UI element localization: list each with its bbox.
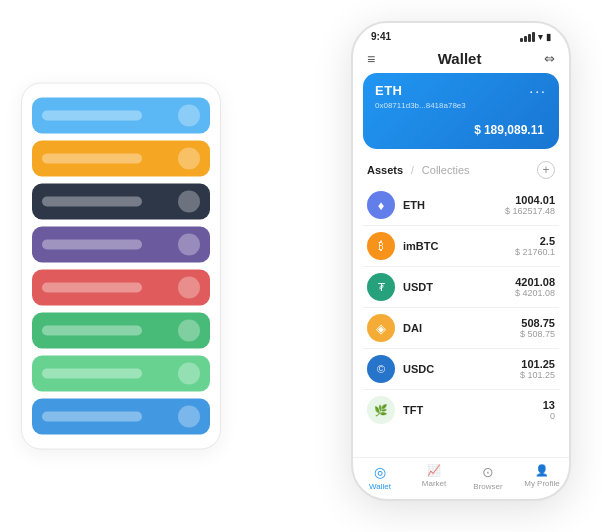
list-item[interactable]: © USDC 101.25 $ 101.25 xyxy=(363,349,559,390)
browser-nav-icon: ⊙ xyxy=(482,464,494,480)
asset-amounts: 2.5 $ 21760.1 xyxy=(515,235,555,257)
asset-amount-main: 101.25 xyxy=(520,358,555,370)
card-row-icon xyxy=(178,320,200,342)
card-row-icon xyxy=(178,191,200,213)
phone-nav: ◎ Wallet 📈 Market ⊙ Browser 👤 My Profile xyxy=(353,457,569,499)
tft-icon: 🌿 xyxy=(367,396,395,424)
eth-card-label: ETH xyxy=(375,83,403,98)
phone-header: ≡ Wallet ⇔ xyxy=(353,46,569,73)
asset-amount-usd: $ 4201.08 xyxy=(515,288,555,298)
card-row-green xyxy=(32,313,210,349)
card-row-icon xyxy=(178,277,200,299)
card-row-blue xyxy=(32,98,210,134)
nav-profile-label: My Profile xyxy=(524,479,560,488)
card-row-text xyxy=(42,197,142,207)
card-row-dark xyxy=(32,184,210,220)
asset-name: ETH xyxy=(403,199,505,211)
card-row-icon xyxy=(178,234,200,256)
asset-name: DAI xyxy=(403,322,520,334)
left-card xyxy=(21,83,221,450)
eth-card-top: ETH ··· xyxy=(375,83,547,99)
card-row-teal xyxy=(32,399,210,435)
card-row-orange xyxy=(32,141,210,177)
nav-market-label: Market xyxy=(422,479,446,488)
tab-collecties[interactable]: Collecties xyxy=(422,164,470,176)
scene: 9:41 ▾ ▮ ≡ Wallet ⇔ ETH ··· xyxy=(21,21,581,511)
eth-card-amount: $189,089.11 xyxy=(375,116,547,139)
asset-amount-usd: $ 508.75 xyxy=(520,329,555,339)
card-row-text xyxy=(42,240,142,250)
assets-header: Assets / Collecties + xyxy=(353,157,569,185)
currency-symbol: $ xyxy=(474,123,481,137)
eth-card-address: 0x08711d3b...8418a78e3 xyxy=(375,101,547,110)
card-row-icon xyxy=(178,105,200,127)
eth-card[interactable]: ETH ··· 0x08711d3b...8418a78e3 $189,089.… xyxy=(363,73,559,149)
card-row-red xyxy=(32,270,210,306)
asset-amounts: 4201.08 $ 4201.08 xyxy=(515,276,555,298)
card-row-text xyxy=(42,412,142,422)
asset-list: ♦ ETH 1004.01 $ 162517.48 ₿ imBTC 2.5 $ … xyxy=(353,185,569,457)
usdt-icon: ₮ xyxy=(367,273,395,301)
asset-amount-usd: 0 xyxy=(543,411,555,421)
asset-name: imBTC xyxy=(403,240,515,252)
asset-amount-main: 13 xyxy=(543,399,555,411)
asset-amount-usd: $ 162517.48 xyxy=(505,206,555,216)
status-time: 9:41 xyxy=(371,31,391,42)
asset-amount-main: 2.5 xyxy=(515,235,555,247)
asset-amounts: 508.75 $ 508.75 xyxy=(520,317,555,339)
nav-browser-label: Browser xyxy=(473,482,502,491)
asset-amount-usd: $ 101.25 xyxy=(520,370,555,380)
phone: 9:41 ▾ ▮ ≡ Wallet ⇔ ETH ··· xyxy=(351,21,571,501)
asset-amount-main: 1004.01 xyxy=(505,194,555,206)
imbtc-icon: ₿ xyxy=(367,232,395,260)
card-row-text xyxy=(42,369,142,379)
nav-market[interactable]: 📈 Market xyxy=(407,464,461,491)
asset-name: TFT xyxy=(403,404,543,416)
asset-name: USDC xyxy=(403,363,520,375)
eth-icon: ♦ xyxy=(367,191,395,219)
asset-amounts: 13 0 xyxy=(543,399,555,421)
asset-amount-main: 4201.08 xyxy=(515,276,555,288)
tab-divider: / xyxy=(411,165,414,176)
list-item[interactable]: ◈ DAI 508.75 $ 508.75 xyxy=(363,308,559,349)
card-row-text xyxy=(42,154,142,164)
asset-name: USDT xyxy=(403,281,515,293)
asset-amount-usd: $ 21760.1 xyxy=(515,247,555,257)
battery-icon: ▮ xyxy=(546,32,551,42)
card-row-text xyxy=(42,283,142,293)
asset-amounts: 1004.01 $ 162517.48 xyxy=(505,194,555,216)
card-row-icon xyxy=(178,148,200,170)
nav-wallet-label: Wallet xyxy=(369,482,391,491)
market-nav-icon: 📈 xyxy=(427,464,441,477)
nav-wallet[interactable]: ◎ Wallet xyxy=(353,464,407,491)
wallet-nav-icon: ◎ xyxy=(374,464,386,480)
card-row-lightgreen xyxy=(32,356,210,392)
signal-icon xyxy=(520,32,535,42)
list-item[interactable]: ♦ ETH 1004.01 $ 162517.48 xyxy=(363,185,559,226)
profile-nav-icon: 👤 xyxy=(535,464,549,477)
asset-amount-main: 508.75 xyxy=(520,317,555,329)
list-item[interactable]: ₮ USDT 4201.08 $ 4201.08 xyxy=(363,267,559,308)
asset-amounts: 101.25 $ 101.25 xyxy=(520,358,555,380)
wifi-icon: ▾ xyxy=(538,32,543,42)
nav-profile[interactable]: 👤 My Profile xyxy=(515,464,569,491)
nav-browser[interactable]: ⊙ Browser xyxy=(461,464,515,491)
assets-tabs: Assets / Collecties xyxy=(367,164,470,176)
tab-assets[interactable]: Assets xyxy=(367,164,403,176)
scan-icon[interactable]: ⇔ xyxy=(544,51,555,66)
menu-icon[interactable]: ≡ xyxy=(367,51,375,67)
card-row-icon xyxy=(178,363,200,385)
dai-icon: ◈ xyxy=(367,314,395,342)
card-row-text xyxy=(42,326,142,336)
status-bar: 9:41 ▾ ▮ xyxy=(353,23,569,46)
card-row-icon xyxy=(178,406,200,428)
page-title: Wallet xyxy=(438,50,482,67)
add-asset-button[interactable]: + xyxy=(537,161,555,179)
list-item[interactable]: ₿ imBTC 2.5 $ 21760.1 xyxy=(363,226,559,267)
eth-amount-value: 189,089.11 xyxy=(484,123,544,137)
usdc-icon: © xyxy=(367,355,395,383)
card-row-purple xyxy=(32,227,210,263)
eth-card-menu[interactable]: ··· xyxy=(529,83,547,99)
status-icons: ▾ ▮ xyxy=(520,32,551,42)
list-item[interactable]: 🌿 TFT 13 0 xyxy=(363,390,559,430)
